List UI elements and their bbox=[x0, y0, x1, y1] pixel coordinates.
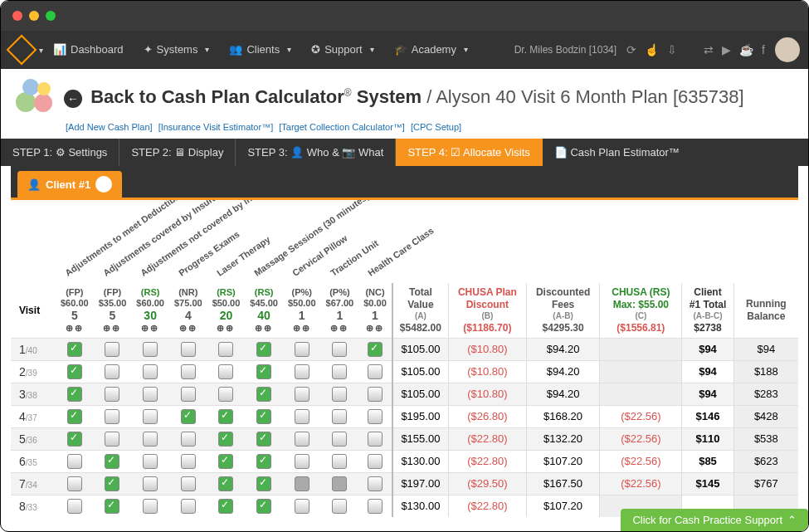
window-max[interactable] bbox=[46, 11, 56, 21]
checkbox-r7-c0[interactable] bbox=[67, 499, 82, 514]
checkbox-r2-c7[interactable] bbox=[332, 387, 347, 402]
checkbox-r5-c6[interactable] bbox=[295, 454, 309, 469]
bulk-toggle-2[interactable]: ⊕⊕ bbox=[141, 323, 159, 333]
checkbox-r7-c5[interactable] bbox=[256, 499, 271, 514]
checkbox-r6-c6[interactable] bbox=[295, 476, 309, 491]
bulk-toggle-8[interactable]: ⊕⊕ bbox=[366, 323, 384, 333]
checkbox-r1-c5[interactable] bbox=[256, 364, 271, 379]
app-logo[interactable] bbox=[7, 34, 37, 65]
checkbox-r6-c4[interactable] bbox=[218, 476, 233, 491]
window-min[interactable] bbox=[29, 11, 39, 21]
checkbox-r5-c4[interactable] bbox=[218, 454, 233, 469]
step-1[interactable]: STEP 1: ⚙ Settings bbox=[1, 139, 119, 166]
step-2[interactable]: STEP 2: 🖥 Display bbox=[119, 139, 236, 166]
checkbox-r3-c3[interactable] bbox=[181, 409, 196, 424]
bulk-toggle-6[interactable]: ⊕⊕ bbox=[293, 323, 311, 333]
checkbox-r3-c0[interactable] bbox=[67, 409, 82, 424]
link-cpc[interactable]: [CPC Setup] bbox=[411, 122, 461, 132]
checkbox-r3-c2[interactable] bbox=[143, 409, 158, 424]
checkbox-r1-c1[interactable] bbox=[105, 364, 119, 379]
nav-support[interactable]: ✪Support bbox=[301, 31, 384, 68]
checkbox-r2-c8[interactable] bbox=[368, 387, 383, 402]
checkbox-r2-c2[interactable] bbox=[143, 387, 158, 402]
checkbox-r6-c7[interactable] bbox=[332, 476, 347, 491]
checkbox-r5-c0[interactable] bbox=[67, 454, 82, 469]
user-avatar[interactable] bbox=[775, 37, 800, 62]
checkbox-r0-c0[interactable] bbox=[67, 342, 82, 357]
checkbox-r2-c0[interactable] bbox=[67, 387, 82, 402]
checkbox-r4-c5[interactable] bbox=[256, 432, 271, 447]
video-icon[interactable]: ▶ bbox=[722, 43, 731, 56]
bulk-toggle-3[interactable]: ⊕⊕ bbox=[179, 323, 197, 333]
nav-academy[interactable]: 🎓Academy bbox=[384, 31, 478, 68]
facebook-icon[interactable]: f bbox=[762, 43, 765, 56]
share-icon[interactable]: ⇄ bbox=[704, 43, 714, 56]
checkbox-r3-c6[interactable] bbox=[295, 409, 309, 424]
checkbox-r0-c7[interactable] bbox=[332, 342, 347, 357]
checkbox-r3-c5[interactable] bbox=[256, 409, 271, 424]
checkbox-r5-c8[interactable] bbox=[368, 454, 383, 469]
checkbox-r4-c6[interactable] bbox=[295, 432, 309, 447]
bulk-toggle-5[interactable]: ⊕⊕ bbox=[255, 323, 273, 333]
checkbox-r6-c3[interactable] bbox=[181, 476, 196, 491]
checkbox-r0-c8[interactable] bbox=[368, 342, 383, 357]
nav-clients[interactable]: 👥Clients bbox=[219, 31, 301, 68]
checkbox-r6-c2[interactable] bbox=[143, 476, 158, 491]
back-arrow-icon[interactable]: ← bbox=[64, 90, 82, 108]
step-4[interactable]: STEP 4: ☑ Allocate Visits bbox=[396, 139, 542, 166]
checkbox-r0-c4[interactable] bbox=[218, 342, 233, 357]
link-add-plan[interactable]: [Add New Cash Plan] bbox=[66, 122, 153, 132]
checkbox-r7-c7[interactable] bbox=[332, 499, 347, 514]
checkbox-r6-c1[interactable] bbox=[105, 476, 119, 491]
checkbox-r4-c8[interactable] bbox=[368, 432, 383, 447]
coffee-icon[interactable]: ☕ bbox=[739, 43, 753, 56]
link-tcc[interactable]: [Target Collection Calculator™] bbox=[279, 122, 405, 132]
checkbox-r4-c7[interactable] bbox=[332, 432, 347, 447]
checkbox-r0-c3[interactable] bbox=[181, 342, 196, 357]
checkbox-r6-c5[interactable] bbox=[256, 476, 271, 491]
checkbox-r3-c4[interactable] bbox=[218, 409, 233, 424]
checkbox-r7-c8[interactable] bbox=[368, 499, 383, 514]
checkbox-r4-c4[interactable] bbox=[218, 432, 233, 447]
checkbox-r5-c7[interactable] bbox=[332, 454, 347, 469]
bulk-toggle-7[interactable]: ⊕⊕ bbox=[330, 323, 348, 333]
checkbox-r7-c4[interactable] bbox=[218, 499, 233, 514]
nav-systems[interactable]: ✦Systems bbox=[134, 31, 220, 68]
checkbox-r5-c2[interactable] bbox=[143, 454, 158, 469]
checkbox-r2-c3[interactable] bbox=[181, 387, 196, 402]
window-close[interactable] bbox=[12, 11, 22, 21]
checkbox-r1-c7[interactable] bbox=[332, 364, 347, 379]
refresh-icon[interactable]: ⟳ bbox=[626, 43, 636, 56]
checkbox-r1-c0[interactable] bbox=[67, 364, 82, 379]
checkbox-r5-c5[interactable] bbox=[256, 454, 271, 469]
checkbox-r0-c2[interactable] bbox=[143, 342, 158, 357]
bulk-toggle-1[interactable]: ⊕⊕ bbox=[103, 323, 121, 333]
link-ive[interactable]: [Insurance Visit Estimator™] bbox=[158, 122, 274, 132]
checkbox-r2-c1[interactable] bbox=[105, 387, 119, 402]
checkbox-r2-c6[interactable] bbox=[295, 387, 309, 402]
checkbox-r7-c1[interactable] bbox=[105, 499, 119, 514]
checkbox-r6-c8[interactable] bbox=[368, 476, 383, 491]
user-label[interactable]: Dr. Miles Bodzin [1034] bbox=[514, 44, 616, 56]
checkbox-r1-c8[interactable] bbox=[368, 364, 383, 379]
checkbox-r2-c4[interactable] bbox=[218, 387, 233, 402]
pointer-icon[interactable]: ☝ bbox=[645, 43, 659, 56]
checkbox-r4-c1[interactable] bbox=[105, 432, 119, 447]
client-tab-1[interactable]: 👤Client #1 bbox=[17, 171, 122, 198]
checkbox-r2-c5[interactable] bbox=[256, 387, 271, 402]
checkbox-r6-c0[interactable] bbox=[67, 476, 82, 491]
checkbox-r1-c4[interactable] bbox=[218, 364, 233, 379]
checkbox-r0-c6[interactable] bbox=[295, 342, 309, 357]
checkbox-r7-c2[interactable] bbox=[143, 499, 158, 514]
step-estimator[interactable]: 📄 Cash Plan Estimator™ bbox=[543, 139, 691, 166]
checkbox-r4-c2[interactable] bbox=[143, 432, 158, 447]
checkbox-r5-c1[interactable] bbox=[105, 454, 119, 469]
bulk-toggle-0[interactable]: ⊕⊕ bbox=[66, 323, 84, 333]
checkbox-r7-c3[interactable] bbox=[181, 499, 196, 514]
checkbox-r5-c3[interactable] bbox=[181, 454, 196, 469]
bulk-toggle-4[interactable]: ⊕⊕ bbox=[217, 323, 235, 333]
checkbox-r3-c1[interactable] bbox=[105, 409, 119, 424]
download-icon[interactable]: ⇩ bbox=[667, 43, 677, 56]
checkbox-r1-c6[interactable] bbox=[295, 364, 309, 379]
step-3[interactable]: STEP 3: 👤 Who & 📷 What bbox=[236, 139, 396, 166]
